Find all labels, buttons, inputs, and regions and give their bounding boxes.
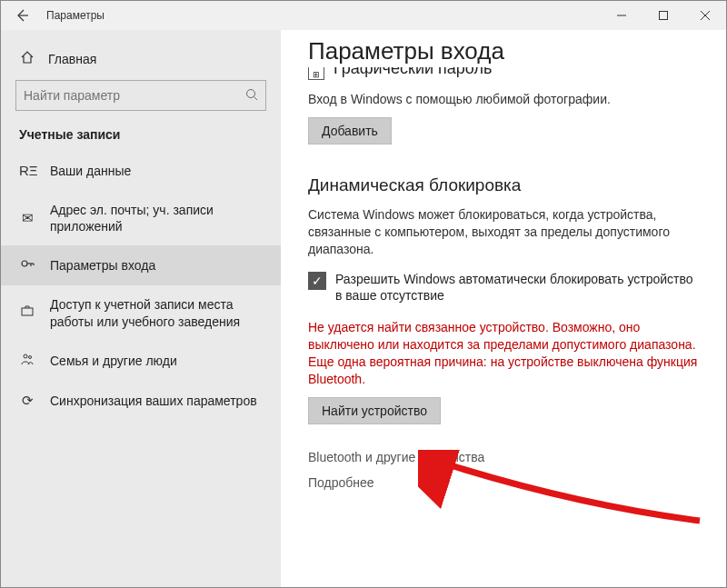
checkbox-checked-icon[interactable]: ✓ <box>308 272 326 290</box>
sidebar-item-sync[interactable]: ⟳ Синхронизация ваших параметров <box>1 381 281 421</box>
minimize-button[interactable] <box>601 1 642 30</box>
maximize-icon <box>659 11 668 20</box>
sidebar-item-label: Параметры входа <box>50 257 266 274</box>
picture-password-title: Графический пароль <box>334 67 492 72</box>
search-input[interactable] <box>24 88 245 103</box>
email-icon: ✉ <box>19 209 35 227</box>
bluetooth-link[interactable]: Bluetooth и другие устройства <box>308 450 699 464</box>
home-icon <box>19 50 35 67</box>
checkbox-label: Разрешить Windows автоматически блокиров… <box>335 271 699 305</box>
minimize-icon <box>617 11 626 20</box>
sidebar-item-work-access[interactable]: Доступ к учетной записи места работы или… <box>1 285 281 340</box>
sidebar-item-label: Ваши данные <box>50 163 266 179</box>
user-info-icon: RΞ <box>19 162 35 180</box>
home-link[interactable]: Главная <box>1 43 281 80</box>
sidebar-item-label: Доступ к учетной записи места работы или… <box>50 296 266 329</box>
dynamic-lock-checkbox-row[interactable]: ✓ Разрешить Windows автоматически блокир… <box>308 271 699 305</box>
sidebar-item-your-info[interactable]: RΞ Ваши данные <box>1 151 281 191</box>
picture-password-icon: ⊞ <box>308 67 324 80</box>
sidebar-item-label: Семья и другие люди <box>50 353 266 369</box>
sidebar-section-title: Учетные записи <box>1 127 281 151</box>
back-button[interactable] <box>1 1 43 30</box>
learn-more-link[interactable]: Подробнее <box>308 475 699 490</box>
svg-rect-10 <box>22 308 33 315</box>
svg-point-6 <box>22 261 27 266</box>
svg-line-5 <box>254 96 258 100</box>
sidebar-item-email[interactable]: ✉ Адрес эл. почты; уч. записи приложений <box>1 191 281 245</box>
dynamic-lock-title: Динамическая блокировка <box>308 175 699 195</box>
window-controls <box>601 1 726 30</box>
sidebar-item-label: Адрес эл. почты; уч. записи приложений <box>50 202 266 234</box>
dynamic-lock-error: Не удается найти связанное устройство. В… <box>308 319 699 388</box>
search-box[interactable] <box>15 80 266 111</box>
key-icon <box>19 256 35 275</box>
body: Главная Учетные записи RΞ Ваши данные ✉ … <box>1 30 726 587</box>
svg-point-12 <box>29 355 32 358</box>
close-button[interactable] <box>684 1 726 30</box>
svg-rect-1 <box>660 12 668 20</box>
home-label: Главная <box>48 52 96 66</box>
maximize-button[interactable] <box>642 1 684 30</box>
family-icon <box>19 352 35 371</box>
svg-point-4 <box>247 89 255 97</box>
svg-point-11 <box>24 354 27 358</box>
find-device-button[interactable]: Найти устройство <box>308 397 441 424</box>
sidebar-item-family[interactable]: Семья и другие люди <box>1 341 281 382</box>
page-title: Параметры входа <box>308 37 699 65</box>
arrow-left-icon <box>15 8 29 23</box>
content: Параметры входа ⊞ Графический пароль Вхо… <box>281 30 726 587</box>
work-access-icon <box>19 304 35 323</box>
picture-password-desc: Вход в Windows с помощью любимой фотогра… <box>308 91 699 108</box>
add-button[interactable]: Добавить <box>308 117 392 145</box>
dynamic-lock-desc: Система Windows может блокироваться, ког… <box>308 206 699 258</box>
titlebar: Параметры <box>1 1 726 30</box>
close-icon <box>701 11 710 20</box>
search-icon <box>245 88 258 104</box>
picture-password-section-cut: ⊞ Графический пароль <box>308 67 699 80</box>
settings-window: Параметры Главная <box>0 0 727 588</box>
sidebar-item-label: Синхронизация ваших параметров <box>50 393 266 409</box>
sync-icon: ⟳ <box>19 392 35 410</box>
window-title: Параметры <box>43 9 601 22</box>
sidebar: Главная Учетные записи RΞ Ваши данные ✉ … <box>1 30 281 587</box>
search-wrap <box>1 80 281 127</box>
sidebar-item-signin-options[interactable]: Параметры входа <box>1 245 281 286</box>
